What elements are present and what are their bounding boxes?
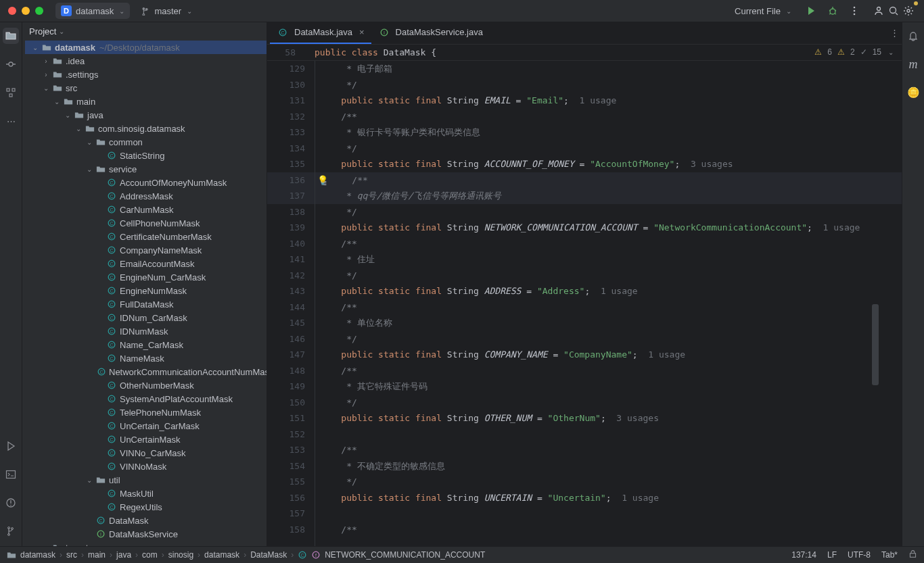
maximize-window-button[interactable] [35,7,43,15]
code-line[interactable]: 136≡💡 /** [267,172,902,189]
minimize-window-button[interactable] [22,7,30,15]
line-number[interactable]: 142 [267,268,315,284]
code-line[interactable]: 149 * 其它特殊证件号码 [267,378,902,395]
breadcrumb-item[interactable]: NETWORK_COMMUNICATION_ACCOUNT [325,550,485,560]
more-actions-button[interactable] [847,3,862,18]
run-button[interactable] [804,3,818,18]
search-everywhere-button[interactable] [886,3,901,18]
tree-row[interactable]: CDataMask [25,514,267,527]
code-content[interactable]: public static final String EMAIL = "Emai… [315,93,616,109]
tree-row[interactable]: CAccountOfMoneyNumMask [25,176,267,189]
tree-row[interactable]: CEngineNum_CarMask [25,270,267,284]
code-content[interactable]: * 电子邮箱 [315,61,392,77]
problems-tool-button[interactable] [3,495,19,511]
run-configuration-selector[interactable]: Current File ⌄ [729,3,797,19]
breadcrumb-item[interactable]: datamask [20,550,55,560]
code-content[interactable]: */ [315,204,357,220]
code-line[interactable]: 139 public static final String NETWORK_C… [267,220,902,236]
code-content[interactable]: * 住址 [315,251,375,268]
tree-row[interactable]: ⌄main [25,95,267,108]
file-encoding[interactable]: UTF-8 [848,550,871,560]
line-number[interactable]: 132 [267,109,315,125]
tree-row[interactable]: ›.idea [25,54,267,68]
code-line[interactable]: 151 public static final String OTHER_NUM… [267,410,902,426]
close-window-button[interactable] [8,7,16,15]
line-number[interactable]: 138 [267,204,315,220]
line-number[interactable]: 153 [267,442,315,458]
tree-row[interactable]: CName_CarMask [25,338,267,351]
line-number[interactable]: 149 [267,378,315,395]
tree-row[interactable]: CEmailAccountMask [25,257,267,270]
tree-row[interactable]: CEngineNumMask [25,284,267,297]
code-line[interactable]: 156 public static final String UNCERTAIN… [267,490,902,506]
project-panel-header[interactable]: Project ⌄ [22,22,267,41]
line-number[interactable]: 129 [267,61,315,77]
git-branch-selector[interactable]: master ⌄ [135,3,198,19]
code-content[interactable]: public static final String ADDRESS = "Ad… [315,283,638,299]
maven-tool-button[interactable]: m [905,56,921,72]
tree-row[interactable]: CCompanyNameMask [25,243,267,257]
sticky-header[interactable]: 58 public class DataMask { [267,45,902,61]
code-content[interactable]: * 其它特殊证件号码 [315,378,428,395]
close-tab-icon[interactable]: × [359,27,365,37]
settings-button[interactable] [901,3,916,18]
line-separator[interactable]: LF [827,550,837,560]
code-content[interactable]: */ [315,331,357,347]
line-number[interactable]: 152 [267,426,315,443]
project-tool-button[interactable] [3,28,19,44]
tree-row[interactable]: ⌄com.sinosig.datamask [25,122,267,135]
tree-row[interactable]: CIDNumMask [25,324,267,338]
code-content[interactable]: * qq号/微信号/飞信号等网络通讯账号 [315,188,501,204]
more-tools-button[interactable]: ⋯ [3,113,19,129]
chevron-down-icon[interactable]: ⌄ [85,139,94,146]
tree-row[interactable]: CCellPhoneNumMask [25,216,267,230]
chevron-down-icon[interactable]: ⌄ [85,476,94,484]
tree-row[interactable]: CIDNum_CarMask [25,311,267,324]
tree-row[interactable]: IDataMaskService [25,527,267,541]
editor-tab[interactable]: IDataMaskService.java [371,22,490,44]
chevron-down-icon[interactable]: ⌄ [74,125,83,132]
line-number[interactable]: 158 [267,522,315,538]
line-number[interactable]: 146 [267,331,315,347]
code-line[interactable]: 129 * 电子邮箱 [267,61,902,77]
tree-row[interactable]: CNetworkCommunicationAccountNumMask [25,365,267,378]
debug-button[interactable] [825,3,840,18]
services-tool-button[interactable] [3,438,19,454]
code-content[interactable]: /** [315,442,357,458]
code-content[interactable]: */ [315,141,357,157]
tree-row[interactable]: CVINNoMask [25,460,267,473]
breadcrumb-item[interactable]: DataMask [250,550,287,560]
code-line[interactable]: 143 public static final String ADDRESS =… [267,283,902,299]
code-line[interactable]: 137 * qq号/微信号/飞信号等网络通讯账号 [267,188,902,204]
line-number[interactable]: 155 [267,474,315,490]
project-selector[interactable]: D datamask ⌄ [55,3,130,19]
line-number[interactable]: 147 [267,347,315,363]
code-line[interactable]: 133 * 银行卡号等账户类和代码类信息 [267,124,902,141]
breadcrumb-item[interactable]: datamask [204,550,239,560]
line-number[interactable]: 134 [267,141,315,157]
chevron-right-icon[interactable]: › [41,71,51,78]
tree-row[interactable]: ⌄src [25,81,267,95]
caret-position[interactable]: 137:14 [791,550,816,560]
code-line[interactable]: 131 public static final String EMAIL = "… [267,93,902,109]
tree-row[interactable]: ⌄datamask~/Desktop/datamask [25,41,267,54]
code-line[interactable]: 150 */ [267,395,902,411]
tree-row[interactable]: ›.settings [25,68,267,81]
tree-row[interactable]: CTelePhoneNumMask [25,406,267,419]
code-line[interactable]: 141 * 住址 [267,251,902,268]
code-line[interactable]: 142 */ [267,268,902,284]
line-number[interactable]: 156 [267,490,315,506]
code-line[interactable]: 130 */ [267,77,902,93]
intention-bulb-icon[interactable]: 💡 [317,172,328,189]
code-content[interactable]: * 单位名称 [315,315,392,331]
readonly-toggle[interactable] [908,549,917,560]
line-number[interactable]: 144 [267,299,315,316]
tree-row[interactable]: CUnCertainMask [25,433,267,446]
code-content[interactable]: * 不确定类型的敏感信息 [315,458,445,474]
tree-row[interactable]: CStaticString [25,149,267,162]
breadcrumb-item[interactable]: com [142,550,158,560]
tree-row[interactable]: CCertificateNumberMask [25,230,267,243]
code-content[interactable]: public static final String COMPANY_NAME … [315,347,685,363]
tree-row[interactable]: CNameMask [25,351,267,365]
chevron-down-icon[interactable]: ⌄ [85,166,94,173]
